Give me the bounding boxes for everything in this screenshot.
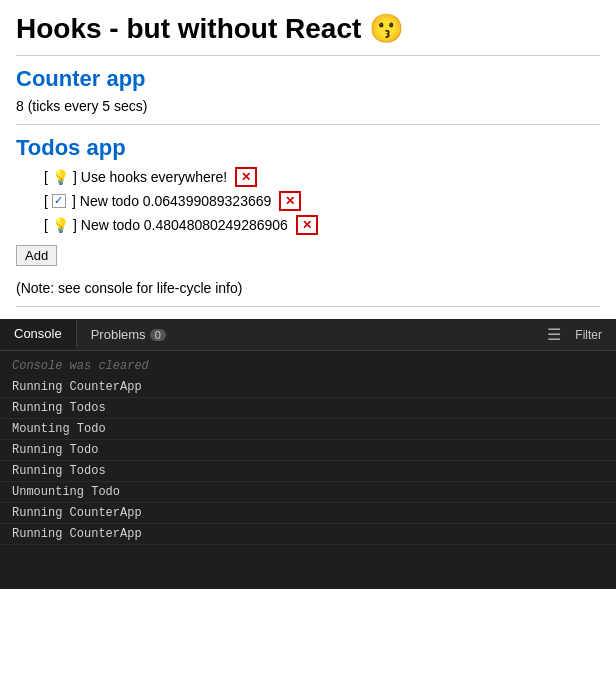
delete-button-3[interactable]: ✕ [296, 215, 318, 235]
console-line: Mounting Todo [0, 419, 616, 440]
bracket-close: ] [73, 217, 77, 233]
counter-value: 8 (ticks every 5 secs) [16, 98, 600, 125]
counter-section: Counter app 8 (ticks every 5 secs) [16, 66, 600, 125]
console-line: Running Todo [0, 440, 616, 461]
console-line: Running CounterApp [0, 503, 616, 524]
console-line: Running CounterApp [0, 377, 616, 398]
note-text: (Note: see console for life-cycle info) [16, 280, 600, 307]
tab-problems[interactable]: Problems 0 [77, 321, 180, 348]
console-body: Console was cleared Running CounterApp R… [0, 351, 616, 589]
console-line: Running CounterApp [0, 524, 616, 545]
filter-button[interactable]: Filter [569, 326, 608, 344]
main-content: Hooks - but without React 😗 Counter app … [0, 0, 616, 319]
list-item: [ ] New todo 0.064399089323669 ✕ [44, 191, 600, 211]
delete-button-1[interactable]: ✕ [235, 167, 257, 187]
todo-list: [ 💡 ] Use hooks everywhere! ✕ [ ] New to… [16, 167, 600, 235]
console-line: Unmounting Todo [0, 482, 616, 503]
page-title: Hooks - but without React 😗 [16, 12, 600, 56]
todo-text-2: New todo 0.064399089323669 [80, 193, 272, 209]
console-line: Running Todos [0, 461, 616, 482]
problems-badge: 0 [150, 329, 166, 341]
todo-icon-2 [52, 194, 66, 208]
todo-icon-3: 💡 [52, 217, 69, 233]
console-cleared-text: Console was cleared [0, 355, 616, 377]
add-button[interactable]: Add [16, 245, 57, 266]
tab-console[interactable]: Console [0, 320, 77, 349]
bracket-close: ] [72, 193, 76, 209]
todo-text-3: New todo 0.48048080249286906 [81, 217, 288, 233]
bracket-open: [ [44, 217, 48, 233]
console-toolbar: ☰ Filter [547, 325, 616, 344]
bracket-close: ] [73, 169, 77, 185]
list-item: [ 💡 ] Use hooks everywhere! ✕ [44, 167, 600, 187]
todos-section: Todos app [ 💡 ] Use hooks everywhere! ✕ … [16, 135, 600, 307]
console-tab-bar: Console Problems 0 ☰ Filter [0, 319, 616, 351]
delete-button-2[interactable]: ✕ [279, 191, 301, 211]
problems-label: Problems [91, 327, 146, 342]
todo-text-1: Use hooks everywhere! [81, 169, 227, 185]
list-item: [ 💡 ] New todo 0.48048080249286906 ✕ [44, 215, 600, 235]
counter-heading: Counter app [16, 66, 600, 92]
bracket-open: [ [44, 169, 48, 185]
console-section: Console Problems 0 ☰ Filter Console was … [0, 319, 616, 589]
todos-heading: Todos app [16, 135, 600, 161]
todo-icon-1: 💡 [52, 169, 69, 185]
console-line: Running Todos [0, 398, 616, 419]
filter-icon[interactable]: ☰ [547, 325, 561, 344]
bracket-open: [ [44, 193, 48, 209]
